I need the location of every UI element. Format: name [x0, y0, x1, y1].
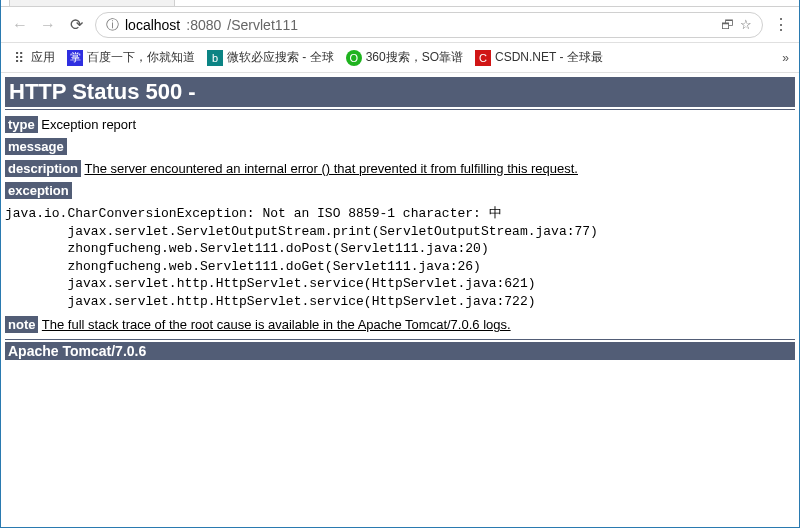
forward-button[interactable]: → — [39, 16, 57, 34]
baidu-icon: 掌 — [67, 50, 83, 66]
page-content: HTTP Status 500 - type Exception report … — [1, 73, 799, 527]
note-value: The full stack trace of the root cause i… — [42, 317, 511, 332]
chrome-menu-button[interactable]: ⋮ — [773, 15, 789, 34]
browser-tab[interactable]: 🐱 Apache Tomcat/7.0.6 × — [9, 0, 175, 6]
so-icon: O — [346, 50, 362, 66]
message-label: message — [5, 138, 67, 155]
error-description-line: description The server encountered an in… — [5, 161, 795, 176]
stack-trace: java.io.CharConversionException: Not an … — [5, 205, 795, 310]
description-value: The server encountered an internal error… — [84, 161, 578, 176]
note-label: note — [5, 316, 38, 333]
url-input[interactable]: ⓘ localhost:8080/Servlet111 🗗 ☆ — [95, 12, 763, 38]
error-type-line: type Exception report — [5, 117, 795, 132]
bookmarks-bar: ⠿应用 掌百度一下，你就知道 b微软必应搜索 - 全球 O360搜索，SO靠谱 … — [1, 43, 799, 73]
address-bar: ← → ⟳ ⓘ localhost:8080/Servlet111 🗗 ☆ ⋮ — [1, 7, 799, 43]
reload-button[interactable]: ⟳ — [67, 16, 85, 34]
bookmarks-overflow-button[interactable]: » — [782, 51, 789, 65]
bookmark-label: 微软必应搜索 - 全球 — [227, 49, 334, 66]
translate-icon[interactable]: 🗗 — [721, 17, 734, 32]
description-label: description — [5, 160, 81, 177]
error-heading: HTTP Status 500 - — [5, 77, 795, 107]
site-info-icon[interactable]: ⓘ — [106, 16, 119, 34]
error-exception-line: exception — [5, 183, 795, 198]
bookmark-star-icon[interactable]: ☆ — [740, 17, 752, 32]
bookmark-360[interactable]: O360搜索，SO靠谱 — [346, 49, 463, 66]
tomcat-favicon-icon: 🐱 — [18, 0, 34, 1]
tab-strip: 🐱 Apache Tomcat/7.0.6 × — [1, 0, 799, 7]
url-path: /Servlet111 — [227, 17, 298, 33]
url-port: :8080 — [186, 17, 221, 33]
bookmark-label: 应用 — [31, 49, 55, 66]
bookmark-label: CSDN.NET - 全球最 — [495, 49, 603, 66]
divider — [5, 109, 795, 110]
type-value: Exception report — [41, 117, 136, 132]
bookmark-label: 百度一下，你就知道 — [87, 49, 195, 66]
exception-label: exception — [5, 182, 72, 199]
browser-window: 🐱 Apache Tomcat/7.0.6 × ← → ⟳ ⓘ localhos… — [0, 0, 800, 528]
error-message-line: message — [5, 139, 795, 154]
bing-icon: b — [207, 50, 223, 66]
divider — [5, 339, 795, 340]
back-button[interactable]: ← — [11, 16, 29, 34]
tomcat-footer: Apache Tomcat/7.0.6 — [5, 342, 795, 360]
bookmark-apps[interactable]: ⠿应用 — [11, 49, 55, 66]
type-label: type — [5, 116, 38, 133]
bookmark-label: 360搜索，SO靠谱 — [366, 49, 463, 66]
bookmark-bing[interactable]: b微软必应搜索 - 全球 — [207, 49, 334, 66]
tomcat-error-page: HTTP Status 500 - type Exception report … — [5, 77, 795, 360]
error-note-line: note The full stack trace of the root ca… — [5, 317, 795, 332]
bookmark-baidu[interactable]: 掌百度一下，你就知道 — [67, 49, 195, 66]
url-host: localhost — [125, 17, 180, 33]
bookmark-csdn[interactable]: CCSDN.NET - 全球最 — [475, 49, 603, 66]
apps-icon: ⠿ — [11, 50, 27, 66]
csdn-icon: C — [475, 50, 491, 66]
